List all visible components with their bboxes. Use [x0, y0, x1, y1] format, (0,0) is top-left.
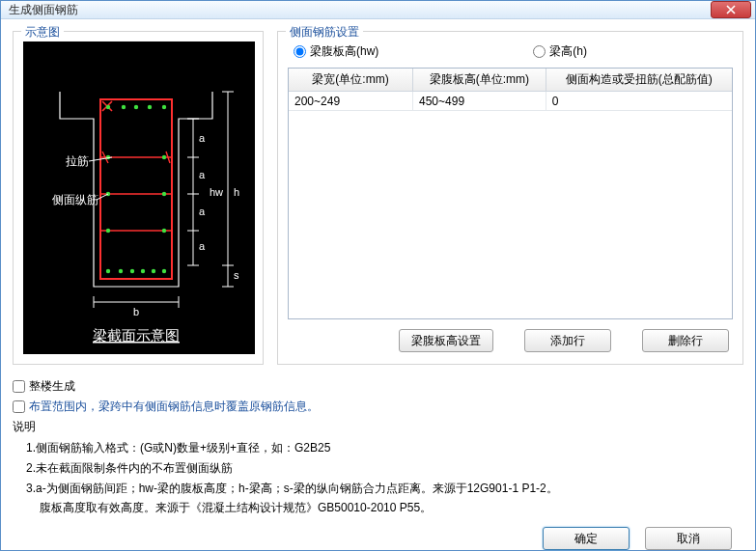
cell-hw[interactable]: 450~499: [413, 92, 546, 111]
note-item: 1.侧面钢筋输入格式：(G或N)数量+级别+直径，如：G2B25: [26, 439, 743, 456]
table-row[interactable]: 200~249 450~499 0: [289, 92, 732, 111]
table-container: 梁宽(单位:mm) 梁腹板高(单位:mm) 侧面构造或受扭筋(总配筋值) 200…: [288, 68, 733, 319]
svg-text:s: s: [234, 269, 239, 281]
window-title: 生成侧面钢筋: [9, 2, 78, 18]
col-beam-width: 梁宽(单位:mm): [289, 69, 413, 92]
schematic-fieldset: 示意图: [13, 31, 264, 365]
svg-point-19: [141, 269, 145, 273]
svg-point-5: [106, 105, 110, 109]
svg-text:a: a: [199, 206, 206, 217]
cell-width[interactable]: 200~249: [289, 92, 413, 111]
check-override[interactable]: [13, 400, 25, 413]
beam-section-diagram: a a a a hw h s b 拉筋 侧面纵筋: [23, 41, 255, 354]
cancel-button[interactable]: 取消: [645, 527, 732, 550]
cell-rebar[interactable]: 0: [546, 92, 732, 111]
check-whole-building-row: 整楼生成: [13, 378, 743, 395]
table-buttons: 梁腹板高设置 添加行 删除行: [288, 319, 733, 354]
note-item: 2.未在截面限制条件内的不布置侧面纵筋: [26, 459, 743, 477]
svg-point-15: [162, 229, 166, 233]
radio-h[interactable]: [533, 45, 546, 58]
svg-text:hw: hw: [210, 186, 223, 198]
svg-point-13: [162, 192, 166, 196]
check-override-row: 布置范围内，梁跨中有侧面钢筋信息时覆盖原钢筋信息。: [13, 399, 743, 415]
svg-text:a: a: [199, 240, 206, 252]
svg-text:h: h: [234, 186, 239, 198]
svg-point-8: [148, 105, 152, 109]
svg-point-6: [122, 105, 126, 109]
btn-hw-setting[interactable]: 梁腹板高设置: [399, 329, 493, 352]
radio-row: 梁腹板高(hw) 梁高(h): [288, 40, 733, 68]
col-side-rebar: 侧面构造或受扭筋(总配筋值): [546, 69, 732, 92]
svg-text:侧面纵筋: 侧面纵筋: [52, 193, 98, 207]
svg-text:a: a: [199, 169, 206, 180]
check-override-label: 布置范围内，梁跨中有侧面钢筋信息时覆盖原钢筋信息。: [29, 399, 319, 415]
svg-text:b: b: [133, 306, 139, 317]
dialog-footer: 确定 取消: [13, 519, 743, 550]
ok-button[interactable]: 确定: [543, 527, 630, 550]
svg-point-20: [152, 269, 155, 273]
rebar-table[interactable]: 梁宽(单位:mm) 梁腹板高(单位:mm) 侧面构造或受扭筋(总配筋值) 200…: [289, 69, 732, 111]
close-icon: [726, 5, 736, 14]
btn-delete-row[interactable]: 删除行: [642, 329, 729, 352]
close-button[interactable]: [711, 1, 751, 18]
settings-legend: 侧面钢筋设置: [286, 24, 363, 41]
radio-hw-label[interactable]: 梁腹板高(hw): [294, 43, 378, 60]
svg-point-18: [130, 269, 134, 273]
radio-hw[interactable]: [294, 45, 306, 58]
svg-point-21: [162, 269, 166, 273]
svg-point-11: [162, 155, 166, 159]
svg-point-14: [106, 229, 110, 233]
svg-text:拉筋: 拉筋: [66, 154, 89, 168]
col-web-height: 梁腹板高(单位:mm): [413, 69, 546, 92]
svg-point-7: [134, 105, 138, 109]
check-whole-building[interactable]: [13, 380, 25, 393]
notes-list: 1.侧面钢筋输入格式：(G或N)数量+级别+直径，如：G2B25 2.未在截面限…: [13, 439, 743, 497]
svg-point-17: [119, 269, 123, 273]
svg-point-9: [162, 105, 166, 109]
table-header-row: 梁宽(单位:mm) 梁腹板高(单位:mm) 侧面构造或受扭筋(总配筋值): [289, 69, 732, 92]
note-item: 3.a-为侧面钢筋间距；hw-梁的腹板高度；h-梁高；s-梁的纵向钢筋合力点距离…: [26, 480, 743, 497]
top-row: 示意图: [13, 25, 743, 365]
settings-fieldset: 侧面钢筋设置 梁腹板高(hw) 梁高(h) 梁宽(单位:mm) 梁腹板高(单位:…: [277, 31, 743, 365]
content-area: 示意图: [1, 19, 755, 551]
note-sub: 腹板高度取有效高度。来源于《混凝土结构设计规范》GB50010-2010 P55…: [13, 500, 743, 516]
titlebar: 生成侧面钢筋: [1, 1, 755, 19]
notes-title: 说明: [13, 419, 743, 435]
svg-point-16: [106, 269, 110, 273]
radio-h-label[interactable]: 梁高(h): [533, 43, 587, 60]
dialog-window: 生成侧面钢筋 示意图: [0, 0, 756, 551]
svg-text:梁截面示意图: 梁截面示意图: [93, 327, 180, 344]
check-whole-building-label: 整楼生成: [29, 378, 75, 395]
btn-add-row[interactable]: 添加行: [524, 329, 611, 352]
schematic-legend: 示意图: [21, 24, 64, 41]
options-area: 整楼生成 布置范围内，梁跨中有侧面钢筋信息时覆盖原钢筋信息。 说明 1.侧面钢筋…: [13, 378, 743, 519]
svg-text:a: a: [199, 132, 206, 144]
